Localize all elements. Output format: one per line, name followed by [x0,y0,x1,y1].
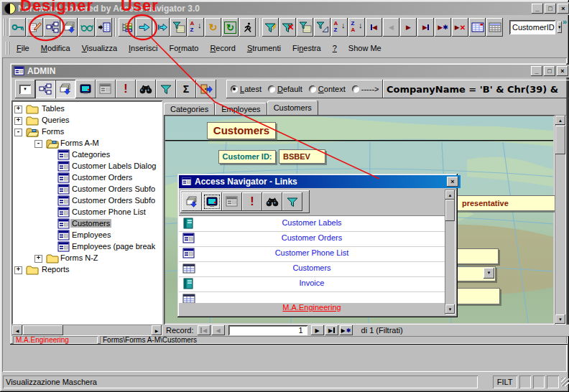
radio-latest[interactable]: Latest [231,85,262,93]
tree-item-forms-nz[interactable]: +Forms N-Z [11,253,162,264]
toolbar-grip[interactable] [4,19,9,36]
record-new-button[interactable]: ▶✱ [435,18,451,37]
minimize-button[interactable]: _ [532,4,543,14]
record-next-button[interactable]: ▶ [400,18,417,37]
admin-navigator-button[interactable] [35,80,55,98]
layers-button[interactable] [61,18,78,37]
field-selector-combobox[interactable]: CustomerID ▼ [509,20,555,34]
radio-default[interactable]: Default [268,85,302,93]
admin-layers-button[interactable] [55,80,75,98]
design-tools-button[interactable] [27,18,43,37]
tree-item-customer-labels-dialog[interactable]: Customer Labels Dialog [11,161,162,172]
menu-formato[interactable]: Formato [163,42,204,54]
maximize-button[interactable]: □ [545,4,556,14]
go-forward-button[interactable] [136,18,152,37]
tree-item-forms[interactable]: -Forms [11,126,162,138]
link-customer-phone-list[interactable]: Customer Phone List [179,246,445,262]
close-button[interactable]: × [558,4,569,14]
links-layers-button[interactable] [182,192,202,211]
links-close-button[interactable]: × [447,177,458,187]
menu-finestra[interactable]: Finestra [287,42,327,54]
outline-button[interactable] [119,18,135,37]
menu-grip[interactable] [6,42,11,55]
menu-help[interactable]: ? [327,42,343,54]
tree-item-customer-orders[interactable]: Customer Orders [11,172,162,184]
menu-show-me[interactable]: Show Me [343,42,387,54]
record-previous-button[interactable]: ◀ [212,325,225,335]
link-customer-orders[interactable]: Customer Orders [179,231,445,247]
record-previous-button[interactable]: ◀ [383,18,399,37]
filter-remove-button[interactable]: ✕ [279,18,296,37]
admin-form-button[interactable] [96,80,116,98]
sort-ascending-button[interactable]: AZ↓ [331,18,348,37]
requery-button[interactable]: ↻ [222,18,239,37]
tree-item-customer-phone-list[interactable]: Customer Phone List [11,207,162,218]
refresh-button[interactable]: ↻ [205,18,221,37]
admin-maximize-button[interactable]: □ [544,66,555,76]
form-vertical-scrollbar[interactable]: ▲ ▼ [555,115,566,325]
filter-window-button[interactable] [297,18,313,37]
customer-id-field[interactable]: BSBEV [279,149,325,164]
tab-employees[interactable]: Employees [215,103,267,115]
footer-brand-link[interactable]: M.A.Engineering [282,303,341,312]
tree-item-queries[interactable]: +Queries [11,115,162,126]
run-macro-button[interactable] [239,18,256,37]
filter-selection-button[interactable] [314,18,330,37]
radio-context[interactable]: Context [309,85,346,93]
toolbar-overflow-chevron[interactable]: » [563,17,567,26]
links-screen-button[interactable] [202,192,222,211]
admin-totals-button[interactable]: Σ [176,80,196,98]
tree-item-tables[interactable]: +Tables [11,103,162,115]
link-partial[interactable] [179,291,445,304]
menu-strumenti[interactable]: Strumenti [241,42,287,54]
links-filter-button[interactable] [282,192,302,211]
sort-az-button[interactable]: AZ↓ [188,18,204,37]
menu-visualizza[interactable]: Visualizza [76,42,123,54]
record-first-button[interactable]: ◀ [198,325,211,335]
scrollbar-thumb[interactable] [23,325,63,335]
menu-record[interactable]: Record [204,42,241,54]
radio-arrow[interactable]: -----> [352,85,379,93]
scrollbar-thumb[interactable] [445,200,455,221]
filter-apply-button[interactable] [262,18,279,37]
admin-find-button[interactable] [136,80,156,98]
admin-exit-button[interactable] [196,80,216,98]
record-delete-button[interactable]: ▶✕ [452,18,468,37]
preview-glasses-button[interactable] [78,18,95,37]
link-invoice[interactable]: Invoice [179,276,445,292]
form-selector-dropdown-button[interactable]: ▼ [15,80,35,98]
links-find-button[interactable] [262,192,282,211]
tree-item-reports[interactable]: +Reports [11,264,162,276]
scrollbar-thumb[interactable] [555,126,565,154]
tree-item-forms-am[interactable]: -Forms A-M [11,138,162,149]
record-last-button[interactable]: ▶ [417,18,434,37]
tree-item-employees-page-break[interactable]: Employees (page break [11,241,162,253]
record-first-button[interactable]: ◀ [366,18,382,37]
access-navigator-button[interactable] [9,18,26,37]
relationships-button[interactable] [44,18,60,37]
tree-horizontal-scrollbar[interactable]: ◀ ▶ [11,325,162,336]
link-customers[interactable]: Customers [179,261,445,277]
record-next-button[interactable]: ▶ [311,325,324,335]
menu-modifica[interactable]: Modifica [35,42,76,54]
go-to-button[interactable] [153,18,170,37]
tree-item-customers[interactable]: Customers [11,218,162,230]
admin-priority-button[interactable]: ! [116,80,136,98]
admin-filter-button[interactable] [156,80,176,98]
record-last-button[interactable]: ▶ [325,325,338,335]
tree-item-customer-orders-subform1[interactable]: Customer Orders Subfo [11,184,162,195]
datasheet-button[interactable] [469,18,486,37]
record-new-button[interactable]: ▶✱ [340,325,353,335]
resize-grip[interactable] [561,378,569,386]
admin-minimize-button[interactable]: _ [531,66,542,76]
tab-customers[interactable]: Customers [267,101,318,115]
links-priority-button[interactable]: ! [242,192,262,211]
new-form-button[interactable] [96,18,112,37]
links-form-button[interactable] [222,192,242,211]
sort-descending-button[interactable]: ZA↓ [348,18,365,37]
links-scrollbar[interactable]: ▲ ▼ [445,190,455,314]
menu-file[interactable]: File [11,42,35,54]
admin-screen-button[interactable] [75,80,96,98]
tab-categories[interactable]: Categories [164,103,215,115]
filter-form-button[interactable] [170,18,187,37]
